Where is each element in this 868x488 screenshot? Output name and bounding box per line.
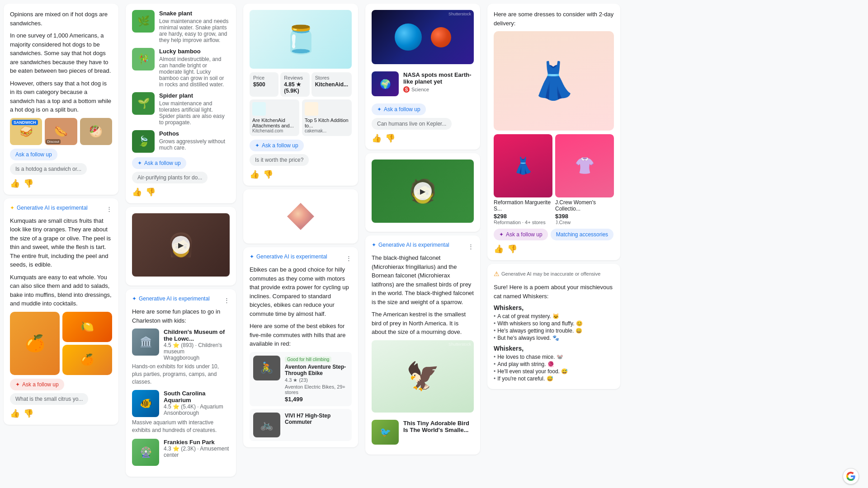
outdoor-video-card: 🧑 ▶ — [365, 153, 480, 232]
related-source1: Kitchenaid.com — [252, 128, 297, 133]
kitchenaid-thumb-row: 👍 👎 — [250, 169, 352, 179]
falcon-ai-badge: ✦ Generative AI is experimental — [372, 242, 449, 248]
play-btn-col2[interactable]: ▶ — [172, 236, 190, 254]
sandwich-thumb-up[interactable]: 👍 — [10, 178, 20, 188]
plants-follow-btn[interactable]: ✦ Ask a follow up — [132, 157, 186, 169]
sandwich-thumb-row: 👍 👎 — [10, 178, 112, 188]
kumquat-secondary-btn[interactable]: What is the small citrus yo... — [10, 393, 88, 405]
ebike-intro: Ebikes can be a good choice for hilly co… — [250, 265, 352, 318]
kumquat-btn-row: ✦ Ask a follow up What is the small citr… — [10, 379, 112, 405]
sandwich-follow-btn[interactable]: Ask a follow up — [10, 149, 57, 160]
place-info-aquarium: South Carolina Aquarium 4.5 ⭐ (5.4K) · A… — [164, 390, 230, 416]
google-g-svg — [846, 471, 856, 481]
ebike-item2: 🚲 VIVI H7 High-Step Commuter — [250, 409, 352, 441]
kumquat-img3: 🍊 — [62, 345, 112, 375]
tiny-bird-thumb: 🐦 — [372, 420, 399, 445]
column-3: 🫙 Price $500 Reviews 4.85 ★ (5.9K) Store… — [240, 0, 362, 488]
fashion-thumb-up[interactable]: 👍 — [494, 244, 504, 254]
poem-line2-2: And play with string. 🧶 — [494, 361, 614, 367]
space-card: Shutterstock 🌍 NASA spots most Earth-lik… — [365, 4, 480, 150]
plant-item-bamboo: 🎋 Lucky bamboo Almost indestructible, an… — [132, 48, 230, 88]
tiny-bird-news: 🐦 This Tiny Adorable Bird Is The World's… — [372, 416, 474, 448]
matching-accessories-btn[interactable]: Matching accessories — [551, 229, 613, 240]
kumquat-text1: Kumquats are small citrus fruits that lo… — [10, 216, 112, 269]
kumquat-dots-icon[interactable]: ⋮ — [106, 206, 112, 212]
plant-info-bamboo: Lucky bamboo Almost indestructible, and … — [159, 48, 230, 88]
plants-thumb-up[interactable]: 👍 — [132, 187, 142, 197]
ebike-dots-icon[interactable]: ⋮ — [346, 255, 352, 262]
related-link1[interactable]: Are KitchenAid Attachments and... Kitche… — [250, 99, 299, 136]
related-link2[interactable]: Top 5 Kitch Addition to... cakemak... — [302, 99, 352, 136]
ebike-item1: 🚴 Good for hill climbing Aventon Aventur… — [250, 352, 352, 406]
related-source2: cakemak... — [305, 128, 349, 133]
place-rating-museum: 4.5 ⭐ (893) · Children's museum — [164, 342, 230, 355]
sandwich-thumb-down[interactable]: 👎 — [24, 178, 33, 188]
kumquat-ai-badge-row: ✦ Generative AI is experimental ⋮ — [10, 205, 112, 214]
space-thumb-up[interactable]: 👍 — [372, 133, 382, 143]
fashion-item2: 👚 J.Crew Women's Collectio... $398 J.Cre… — [555, 134, 614, 225]
ebike-info2: VIVI H7 High-Step Commuter — [285, 413, 348, 426]
place-info-park: Frankies Fun Park 4.3 ⭐ (2.3K) · Amuseme… — [164, 439, 230, 458]
falcon-dots-icon[interactable]: ⋮ — [468, 243, 474, 250]
news-thumb-icon-space: 🌍 — [380, 79, 391, 89]
meta-stores: Stores KitchenAid... — [311, 72, 352, 97]
kitchenaid-follow-btn[interactable]: ✦ Ask a follow up — [250, 140, 304, 151]
fashion-brand2: J.Crew — [555, 220, 614, 225]
plants-thumb-down[interactable]: 👎 — [146, 187, 156, 197]
kitchenaid-meta: Price $500 Reviews 4.85 ★ (5.9K) Stores … — [250, 72, 352, 97]
sandwich-secondary-btn[interactable]: Is a hotdog a sandwich or... — [10, 163, 87, 175]
news-thumb-space: 🌍 — [372, 71, 399, 96]
plants-btn-row: ✦ Ask a follow up Air-purifying plants f… — [132, 157, 230, 183]
plant-name-bamboo: Lucky bamboo — [159, 48, 230, 55]
fashion-thumb-down[interactable]: 👎 — [507, 244, 517, 254]
falcon-text1: The black-thighed falconet (Microhierax … — [372, 253, 474, 306]
fashion-follow-icon: ✦ — [499, 231, 504, 238]
place-name-museum: Children's Museum of the Lowc... — [164, 328, 230, 342]
kitchenaid-btn-row: ✦ Ask a follow up Is it worth the price? — [250, 140, 352, 166]
planet-mars — [431, 27, 451, 47]
outdoor-video-thumb[interactable]: 🧑 ▶ — [372, 160, 474, 223]
kitchenaid-related: Are KitchenAid Attachments and... Kitche… — [250, 99, 352, 136]
kitchenaid-thumb-up[interactable]: 👍 — [250, 169, 259, 179]
ebike-ai-badge-row: ✦ Generative AI is experimental ⋮ — [250, 253, 352, 263]
falcon-star-icon: ✦ — [372, 242, 376, 248]
space-follow-btn[interactable]: ✦ Ask a follow up — [372, 103, 426, 115]
place-name-aquarium: South Carolina Aquarium — [164, 390, 230, 404]
planet-earth — [395, 23, 422, 51]
kumquat-follow-btn[interactable]: ✦ Ask a follow up — [10, 379, 64, 390]
fashion-name2: J.Crew Women's Collectio... — [555, 199, 614, 212]
plants-follow-icon: ✦ — [137, 160, 142, 166]
poem-line1-1: A cat of great mystery. 🐱 — [494, 313, 614, 319]
ebike-badge1: Good for hill climbing — [285, 357, 331, 362]
video-card-col2: 👩 ▶ — [126, 207, 236, 286]
warn-icon: ⚠ — [494, 270, 500, 277]
ebike-star-icon: ✦ — [250, 253, 254, 260]
plants-secondary-btn[interactable]: Air-purifying plants for do... — [132, 172, 208, 183]
sandwich-btn-row: Ask a follow up Is a hotdog a sandwich o… — [10, 149, 112, 175]
ai-spinner-card — [243, 189, 358, 244]
poem-heading1: Whiskers, — [494, 304, 614, 311]
video-thumb-col2[interactable]: 👩 ▶ — [132, 213, 230, 277]
kumquat-thumb-down[interactable]: 👎 — [24, 408, 33, 418]
kitchenaid-thumb-down[interactable]: 👎 — [263, 169, 273, 179]
outdoor-play-btn[interactable]: ▶ — [414, 182, 432, 200]
charleston-dots-icon[interactable]: ⋮ — [224, 297, 230, 304]
kitchenaid-img: 🫙 — [250, 10, 352, 69]
plant-name-snake: Snake plant — [159, 10, 230, 17]
fashion-follow-btn[interactable]: ✦ Ask a follow up — [494, 229, 548, 240]
sandwich-img2: Discout 🌭 — [45, 118, 77, 145]
space-secondary-btn[interactable]: Can humans live on Kepler... — [372, 118, 452, 130]
kitchenaid-follow-icon: ✦ — [255, 142, 259, 149]
kumquat-thumb-up[interactable]: 👍 — [10, 408, 20, 418]
kumquat-images: 🍊 🍋 🍊 — [10, 312, 112, 375]
plant-item-pothos: 🍃 Pothos Grows aggressively without much… — [132, 130, 230, 153]
place-thumb-aquarium: 🐠 — [132, 390, 159, 417]
related-title2: Top 5 Kitch Addition to... — [305, 117, 349, 128]
meta-price: Price $500 — [250, 72, 278, 97]
kitchenaid-secondary-btn[interactable]: Is it worth the price? — [250, 154, 309, 166]
space-thumb-down[interactable]: 👎 — [385, 133, 395, 143]
fashion-price1: $298 — [494, 213, 552, 220]
fashion-emoji1: 👗 — [513, 156, 533, 175]
place-rating-park: 4.3 ⭐ (2.3K) · Amusement center — [164, 446, 230, 458]
plants-thumb-row: 👍 👎 — [132, 187, 230, 197]
